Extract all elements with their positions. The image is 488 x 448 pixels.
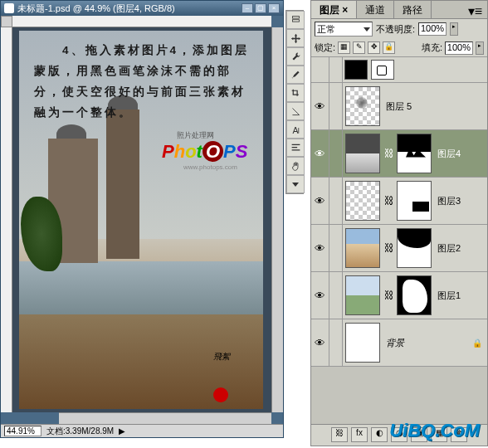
opacity-arrow-icon[interactable]: ▸ [450,22,458,36]
layer-mask-thumbnail[interactable] [397,134,432,173]
blend-mode-select[interactable]: 正常 [315,22,373,37]
tool-hand[interactable] [286,157,305,175]
layer-fx-button[interactable]: fx [351,427,368,442]
tool-wrench[interactable] [286,47,305,66]
fill-arrow-icon[interactable]: ▸ [476,41,484,55]
ruler-origin[interactable] [1,16,12,27]
layer-thumbnail[interactable] [345,86,380,126]
tab-layers[interactable]: 图层 × [311,1,357,18]
mask-link-icon[interactable]: ⛓ [384,290,393,301]
ps-file-icon [4,3,14,13]
tool-brush[interactable] [286,66,305,84]
layer-mask-thumbnail[interactable] [397,275,432,315]
photops-logo: PhotOPS [162,141,247,163]
link-layers-button[interactable]: ⛓ [331,427,348,442]
horizontal-ruler[interactable] [12,16,271,27]
layer-mask-thumbnail[interactable] [397,228,432,268]
vertical-ruler[interactable] [1,27,12,412]
logo-subtitle: 照片处理网 [177,130,214,141]
layer-mask-thumbnail[interactable] [371,60,394,80]
link-col [329,272,343,319]
layer-row[interactable]: 👁 ⛓ 图层2 [311,225,487,272]
mask-link-icon[interactable]: ⛓ [384,195,393,207]
link-col [329,178,343,224]
tab-channels[interactable]: 通道 [357,1,394,18]
tab-paths[interactable]: 路径 [394,1,432,18]
blend-mode-value: 正常 [317,23,335,36]
canvas-viewport[interactable]: 4、拖入素材图片4，添加图层蒙版，用黑色画笔涂沫不需的部分，使天空很好的与前面三… [12,27,271,412]
layer-row[interactable]: 👁 图层 5 [311,83,487,130]
mask-link-icon[interactable]: ⛓ [384,242,393,254]
visibility-toggle[interactable]: 👁 [311,319,329,366]
layer-row-adjustment[interactable] [311,57,487,83]
visibility-toggle[interactable]: 👁 [311,225,329,271]
mask-link-icon[interactable]: ⛓ [384,148,393,159]
visibility-toggle[interactable]: 👁 [311,130,329,177]
layer-thumbnail[interactable] [345,275,380,315]
layer-thumbnail[interactable] [344,60,368,80]
instruction-text: 4、拖入素材图片4，添加图层蒙版，用黑色画笔涂沫不需的部分，使天空很好的与前面三… [34,41,258,124]
minimize-button[interactable]: – [242,3,253,13]
panel-tabs: 图层 × 通道 路径 ▾≡ [311,1,487,19]
tool-slice[interactable] [286,102,305,120]
link-col [329,130,343,177]
maximize-button[interactable]: ▢ [255,3,266,13]
chevron-down-icon [364,27,370,32]
link-col [329,225,343,271]
lock-transparency-icon[interactable]: ▦ [338,41,350,54]
layer-name[interactable]: 图层1 [434,290,461,302]
layer-name[interactable]: 图层4 [434,148,461,160]
canvas[interactable]: 4、拖入素材图片4，添加图层蒙版，用黑色画笔涂沫不需的部分，使天空很好的与前面三… [19,31,263,409]
layer-thumbnail[interactable] [345,323,380,363]
layer-name[interactable]: 图层 5 [383,100,412,113]
canvas-tower [106,110,139,259]
visibility-toggle[interactable]: 👁 [311,83,329,129]
layer-row-background[interactable]: 👁 背景 🔒 [311,319,487,367]
close-button[interactable]: × [268,3,280,13]
add-mask-button[interactable]: ◐ [371,427,388,442]
layer-thumbnail[interactable] [345,228,380,268]
tool-move[interactable] [286,29,305,47]
layer-thumbnail[interactable] [345,181,380,221]
document-title-bar[interactable]: 未标题-1.psd @ 44.9% (图层4, RGB/8) – ▢ × [1,1,283,16]
layer-row[interactable]: 👁 ⛓ 图层3 [311,178,487,225]
layer-row-selected[interactable]: 👁 ⛓ 图层4 [311,130,487,178]
layer-name[interactable]: 图层2 [434,242,461,255]
vertical-toolbar: A [285,10,304,194]
tool-arrange[interactable] [286,11,305,29]
lock-row: 锁定: ▦ ✎ ✥ 🔒 填充: 100% ▸ [311,39,487,57]
tool-crop[interactable] [286,84,305,102]
layer-thumbnail[interactable] [345,134,380,173]
document-title: 未标题-1.psd @ 44.9% (图层4, RGB/8) [17,2,175,15]
zoom-input[interactable]: 44.91% [4,426,41,436]
watermark: UiBQ.CoM [389,420,480,441]
document-window: 未标题-1.psd @ 44.9% (图层4, RGB/8) – ▢ × 4、拖… [0,0,284,438]
layer-mask-thumbnail[interactable] [397,181,432,221]
lock-icon: 🔒 [472,338,482,348]
vertical-scrollbar[interactable] [271,27,283,412]
tool-align[interactable] [286,139,305,157]
horizontal-scrollbar[interactable] [59,412,271,424]
visibility-toggle[interactable] [311,57,329,82]
visibility-toggle[interactable]: 👁 [311,272,329,319]
link-col [329,83,343,129]
lock-position-icon[interactable]: ✥ [368,41,380,54]
fill-input[interactable]: 100% [445,41,473,55]
status-arrow-icon[interactable]: ▶ [119,426,125,436]
layer-row[interactable]: 👁 ⛓ 图层1 [311,272,487,319]
lock-label: 锁定: [315,41,335,54]
opacity-label: 不透明度: [376,23,415,36]
layer-name[interactable]: 图层3 [434,195,461,207]
layer-name[interactable]: 背景 [383,337,404,349]
panel-menu-icon[interactable]: ▾≡ [463,1,487,18]
signature-seal: 飛絮 [213,351,246,401]
opacity-input[interactable]: 100% [418,22,447,36]
lock-all-icon[interactable]: 🔒 [383,41,395,54]
layers-list[interactable]: 👁 图层 5 👁 ⛓ 图层4 👁 ⛓ 图层3 👁 [311,57,487,424]
tool-type[interactable]: A [286,120,305,139]
svg-rect-0 [292,16,299,17]
svg-rect-1 [292,19,299,21]
lock-pixels-icon[interactable]: ✎ [353,41,365,54]
visibility-toggle[interactable]: 👁 [311,178,329,224]
tool-collapse[interactable] [286,175,305,193]
